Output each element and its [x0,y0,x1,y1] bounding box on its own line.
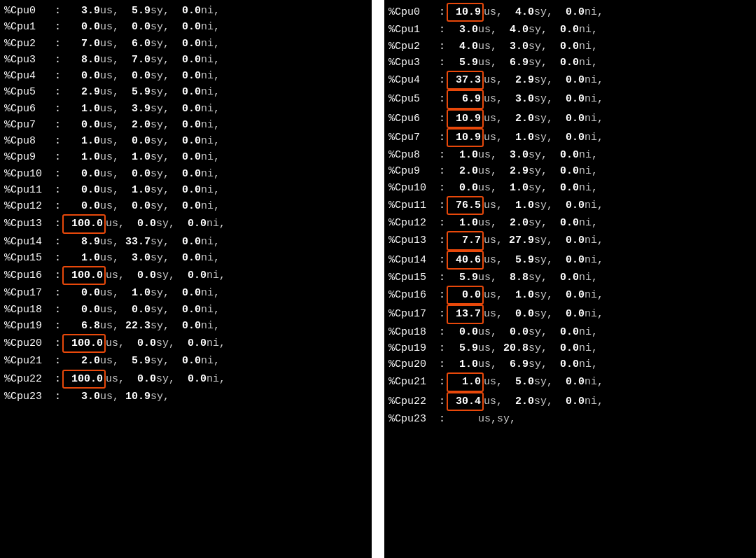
us-value: 100.0 [62,370,106,389]
cpu-row: %Cpu15: 1.0 us, 3.0 sy, 0.0 ni, [4,250,368,266]
us-label: us, [100,182,119,198]
cpu-label: %Cpu16 [388,287,439,303]
sy-label: sy, [528,180,547,196]
us-value: 2.9 [62,84,100,100]
us-value: 8.9 [62,234,100,250]
sy-label: sy, [534,374,553,390]
ni-value: 0.0 [553,232,584,249]
us-value: 1.0 [62,250,100,266]
sy-label: sy, [528,340,547,356]
sy-value: 0.0 [119,198,150,214]
sy-value: 3.0 [503,91,534,107]
us-label: us, [100,84,119,100]
colon: : [55,19,61,35]
us-value: 40.6 [447,251,484,270]
divider [372,0,384,558]
colon: : [439,130,445,146]
us-value: 8.0 [62,52,100,68]
sy-label: sy, [150,84,169,100]
sy-value: 5.9 [119,84,150,100]
ni-value: 0.0 [547,147,579,163]
us-value: 3.9 [62,3,100,19]
sy-label: sy, [528,22,547,38]
sy-value: 0.0 [125,371,156,387]
cpu-row: %Cpu14: 40.6 us, 5.9 sy, 0.0 ni, [388,251,752,270]
cpu-row: %Cpu23: us, sy, [388,411,752,427]
sy-value: 0.0 [125,216,156,232]
ni-label: ni, [579,215,598,231]
us-value: 0.0 [447,324,478,340]
us-label: us, [100,19,119,35]
ni-value: 0.0 [553,130,584,146]
us-value: 3.0 [62,389,100,405]
ni-label: ni, [579,55,598,71]
cpu-label: %Cpu14 [4,234,55,250]
ni-value: 0.0 [553,374,584,390]
cpu-row: %Cpu3: 8.0 us, 7.0 sy, 0.0 ni, [4,52,368,68]
cpu-row: %Cpu19: 5.9 us, 20.8 sy, 0.0 ni, [388,340,752,356]
cpu-row: %Cpu9: 2.0 us, 2.9 sy, 0.0 ni, [388,163,752,179]
ni-label: ni, [206,267,225,284]
us-label: us, [478,147,497,163]
sy-label: sy, [534,72,553,88]
ni-label: ni, [201,3,220,19]
ni-value: 0.0 [553,393,584,410]
sy-value: 6.0 [119,36,150,52]
cpu-label: %Cpu4 [4,68,55,84]
cpu-row: %Cpu21: 1.0 us, 5.0 sy, 0.0 ni, [388,372,752,391]
cpu-label: %Cpu9 [4,149,55,165]
colon: : [439,91,445,107]
us-label: us, [100,68,119,84]
ni-label: ni, [579,340,598,356]
ni-label: ni, [206,216,225,232]
ni-value: 0.0 [169,353,201,369]
sy-value: 2.9 [497,163,528,179]
cpu-row: %Cpu0: 3.9 us, 5.9 sy, 0.0 ni, [4,3,368,19]
cpu-row: %Cpu19: 6.8 us, 22.3 sy, 0.0 ni, [4,318,368,334]
cpu-label: %Cpu8 [4,133,55,149]
sy-label: sy, [534,4,553,20]
cpu-label: %Cpu0 [388,4,439,20]
ni-label: ni, [584,374,603,390]
us-label: us, [478,356,497,372]
sy-value: 0.0 [119,166,150,182]
us-value: 1.0 [62,149,100,165]
cpu-row: %Cpu8: 1.0 us, 0.0 sy, 0.0 ni, [4,133,368,149]
colon: : [55,101,61,117]
cpu-label: %Cpu5 [4,84,55,100]
sy-label: sy, [534,91,553,107]
ni-label: ni, [201,36,220,52]
cpu-row: %Cpu7: 0.0 us, 2.0 sy, 0.0 ni, [4,117,368,133]
us-value: 13.7 [447,305,484,323]
sy-value: 4.0 [497,22,528,38]
sy-label: sy, [497,411,516,427]
colon: : [439,324,445,340]
us-value: 5.9 [447,55,478,71]
us-label: us, [478,340,497,356]
sy-label: sy, [156,216,175,232]
us-label: us, [484,252,503,268]
colon: : [55,166,61,182]
colon: : [55,36,61,52]
colon: : [55,3,61,19]
us-label: us, [106,216,125,232]
cpu-row: %Cpu12: 1.0 us, 2.0 sy, 0.0 ni, [388,215,752,231]
colon: : [439,393,445,410]
sy-value: 3.0 [119,250,150,266]
cpu-label: %Cpu12 [388,215,439,231]
us-label: us, [100,285,119,301]
us-label: us, [484,287,503,303]
us-value: 1.0 [447,372,484,391]
ni-value: 0.0 [175,267,206,284]
cpu-row: %Cpu18: 0.0 us, 0.0 sy, 0.0 ni, [4,302,368,318]
cpu-row: %Cpu14: 8.9 us, 33.7 sy, 0.0 ni, [4,234,368,250]
ni-label: ni, [201,318,220,334]
colon: : [439,197,445,214]
cpu-label: %Cpu22 [388,393,439,410]
us-value: 0.0 [62,285,100,301]
ni-value: 0.0 [169,198,201,214]
colon: : [439,180,445,196]
cpu-row: %Cpu9: 1.0 us, 1.0 sy, 0.0 ni, [4,149,368,165]
ni-label: ni, [201,149,220,165]
ni-label: ni, [584,111,603,127]
